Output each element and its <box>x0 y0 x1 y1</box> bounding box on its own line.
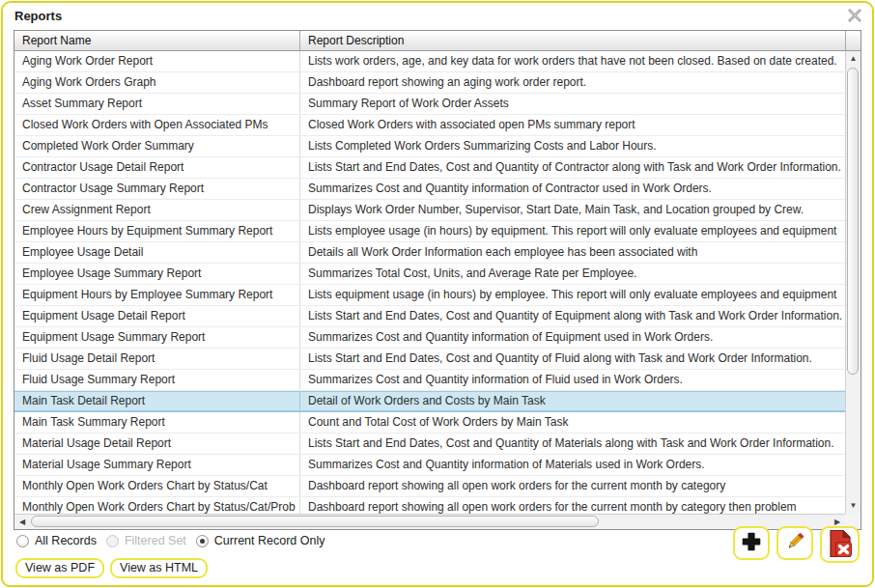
view-as-pdf-button[interactable]: View as PDF <box>15 558 104 578</box>
close-icon[interactable] <box>848 9 861 22</box>
radio-button-icon <box>196 535 209 547</box>
report-name-cell: Closed Work Orders with Open Associated … <box>14 115 300 135</box>
table-row[interactable]: Monthly Open Work Orders Chart by Status… <box>14 497 845 514</box>
report-name-cell: Monthly Open Work Orders Chart by Status… <box>14 497 300 514</box>
record-scope-radios: All Records Filtered Set Current Record … <box>16 533 325 548</box>
report-description-cell: Lists equipment usage (in hours) by empl… <box>300 285 845 305</box>
view-buttons: View as PDF View as HTML <box>15 558 208 578</box>
report-description-cell: Displays Work Order Number, Supervisor, … <box>300 200 845 220</box>
report-name-cell: Fluid Usage Detail Report <box>14 349 300 369</box>
view-as-html-button[interactable]: View as HTML <box>110 558 208 578</box>
table-row[interactable]: Employee Usage Summary Report Summarizes… <box>14 264 845 285</box>
report-description-cell: Summarizes Total Cost, Units, and Averag… <box>300 264 845 284</box>
report-description-cell: Detail of Work Orders and Costs by Main … <box>300 391 845 411</box>
title-bar: Reports <box>3 3 872 30</box>
report-description-cell: Summarizes Cost and Quantity information… <box>300 455 845 475</box>
radio-label: All Records <box>35 534 97 547</box>
table-row[interactable]: Main Task Detail Report Detail of Work O… <box>14 391 845 412</box>
add-record-button[interactable] <box>733 526 770 560</box>
radio-label: Filtered Set <box>125 534 186 547</box>
report-description-cell: Dashboard report showing an aging work o… <box>300 72 845 93</box>
table-row[interactable]: Aging Work Orders Graph Dashboard report… <box>14 72 845 94</box>
report-name-cell: Crew Assignment Report <box>14 200 300 220</box>
report-description-cell: Closed Work Orders with associated open … <box>300 115 845 135</box>
report-description-cell: Lists Start and End Dates, Cost and Quan… <box>300 157 845 178</box>
plus-icon <box>741 531 762 555</box>
report-name-cell: Equipment Usage Summary Report <box>14 327 300 348</box>
radio-button-icon <box>106 535 119 547</box>
table-row[interactable]: Equipment Usage Detail Report Lists Star… <box>14 306 845 327</box>
scroll-up-arrow-icon[interactable]: ▲ <box>846 51 861 67</box>
scroll-down-arrow-icon[interactable]: ▼ <box>846 498 861 514</box>
report-description-cell: Lists work orders, age, and key data for… <box>300 51 845 71</box>
radio-option: Filtered Set <box>106 534 186 547</box>
report-description-cell: Lists Start and End Dates, Cost and Quan… <box>300 306 845 326</box>
table-row[interactable]: Asset Summary Report Summary Report of W… <box>14 94 845 115</box>
dialog-title: Reports <box>14 9 62 23</box>
radio-label: Current Record Only <box>214 534 325 547</box>
report-name-cell: Aging Work Order Report <box>14 51 300 71</box>
report-name-cell: Asset Summary Report <box>14 94 300 114</box>
report-name-cell: Material Usage Detail Report <box>14 434 300 454</box>
report-name-cell: Fluid Usage Summary Report <box>14 370 300 390</box>
table-row[interactable]: Crew Assignment Report Displays Work Ord… <box>14 200 845 221</box>
reports-table: Report Name Report Description Aging Wor… <box>14 30 861 530</box>
horizontal-scrollbar[interactable]: ◀ ▶ <box>14 514 845 529</box>
table-row[interactable]: Contractor Usage Summary Report Summariz… <box>14 179 845 200</box>
pencil-icon <box>784 531 805 555</box>
report-table-body: Aging Work Order Report Lists work order… <box>14 51 845 514</box>
report-description-cell: Lists Completed Work Orders Summarizing … <box>300 136 845 156</box>
table-row[interactable]: Contractor Usage Detail Report Lists Sta… <box>14 157 845 179</box>
vertical-scrollbar-thumb[interactable] <box>847 68 859 375</box>
report-name-cell: Equipment Hours by Employee Summary Repo… <box>14 285 300 305</box>
column-header-spacer <box>846 31 861 50</box>
vertical-scrollbar[interactable]: ▲ ▼ <box>845 51 861 514</box>
column-header-report-description[interactable]: Report Description <box>300 31 846 50</box>
report-name-cell: Completed Work Order Summary <box>14 136 300 156</box>
table-row[interactable]: Fluid Usage Summary Report Summarizes Co… <box>14 370 845 391</box>
report-description-cell: Lists Start and End Dates, Cost and Quan… <box>300 434 845 454</box>
report-description-cell: Lists employee usage (in hours) by equip… <box>300 221 845 241</box>
scroll-left-arrow-icon[interactable]: ◀ <box>14 515 30 529</box>
table-row[interactable]: Employee Hours by Equipment Summary Repo… <box>14 221 845 242</box>
report-description-cell: Count and Total Cost of Work Orders by M… <box>300 412 845 433</box>
report-name-cell: Main Task Summary Report <box>14 412 300 433</box>
table-row[interactable]: Monthly Open Work Orders Chart by Status… <box>14 476 845 497</box>
report-name-cell: Equipment Usage Detail Report <box>14 306 300 326</box>
edit-record-button[interactable] <box>776 526 813 560</box>
delete-document-icon <box>828 529 853 561</box>
report-name-cell: Employee Hours by Equipment Summary Repo… <box>14 221 300 241</box>
report-description-cell: Details all Work Order Information each … <box>300 242 845 263</box>
table-row[interactable]: Main Task Summary Report Count and Total… <box>14 412 845 434</box>
radio-option[interactable]: Current Record Only <box>196 534 325 547</box>
report-name-cell: Material Usage Summary Report <box>14 455 300 475</box>
report-name-cell: Contractor Usage Detail Report <box>14 157 300 178</box>
report-name-cell: Main Task Detail Report <box>14 391 300 411</box>
table-row[interactable]: Equipment Usage Summary Report Summarize… <box>14 327 845 349</box>
table-row[interactable]: Closed Work Orders with Open Associated … <box>14 115 845 136</box>
report-name-cell: Aging Work Orders Graph <box>14 72 300 93</box>
horizontal-scrollbar-thumb[interactable] <box>31 516 599 527</box>
report-description-cell: Summarizes Cost and Quantity information… <box>300 179 845 199</box>
radio-button-icon <box>16 535 29 547</box>
table-row[interactable]: Aging Work Order Report Lists work order… <box>14 51 845 72</box>
table-row[interactable]: Completed Work Order Summary Lists Compl… <box>14 136 845 157</box>
report-name-cell: Monthly Open Work Orders Chart by Status… <box>14 476 300 496</box>
table-row[interactable]: Material Usage Summary Report Summarizes… <box>14 455 845 476</box>
delete-record-button[interactable] <box>820 526 860 563</box>
column-header-report-name[interactable]: Report Name <box>14 31 300 50</box>
report-name-cell: Employee Usage Summary Report <box>14 264 300 284</box>
table-row[interactable]: Fluid Usage Detail Report Lists Start an… <box>14 349 845 370</box>
report-description-cell: Dashboard report showing all open work o… <box>300 476 845 496</box>
table-row[interactable]: Equipment Hours by Employee Summary Repo… <box>14 285 845 306</box>
report-description-cell: Summary Report of Work Order Assets <box>300 94 845 114</box>
reports-dialog: Reports Report Name Report Description A… <box>1 1 874 587</box>
report-name-cell: Contractor Usage Summary Report <box>14 179 300 199</box>
report-name-cell: Employee Usage Detail <box>14 242 300 263</box>
record-action-buttons <box>733 526 860 563</box>
radio-option[interactable]: All Records <box>16 534 97 547</box>
report-description-cell: Summarizes Cost and Quantity information… <box>300 370 845 390</box>
report-description-cell: Dashboard report showing all open work o… <box>300 497 845 514</box>
table-row[interactable]: Employee Usage Detail Details all Work O… <box>14 242 845 264</box>
table-row[interactable]: Material Usage Detail Report Lists Start… <box>14 434 845 455</box>
